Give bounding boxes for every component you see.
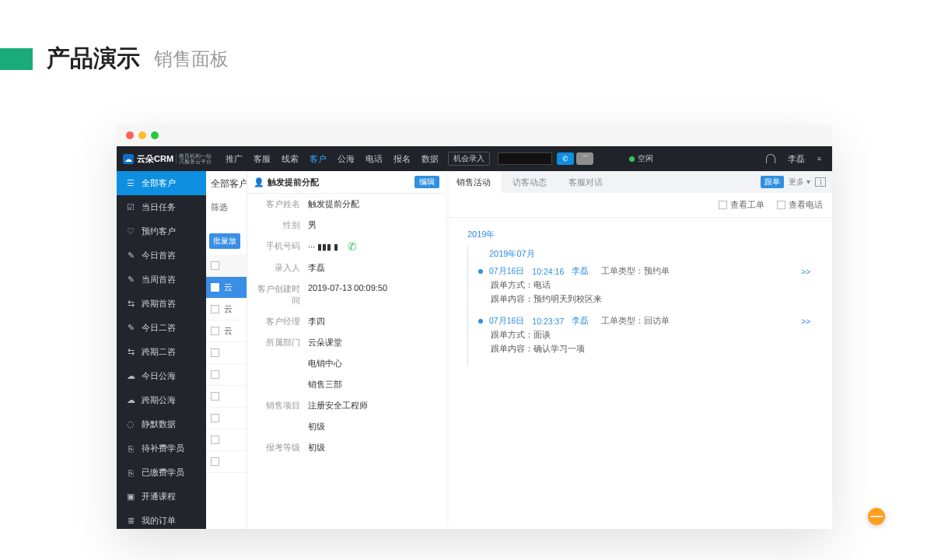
app-window: ☁ 云朵CRM 教育机构一站式服务云平台 推广客服线索客户公海电话报名数据 机会… bbox=[117, 124, 832, 529]
sidebar-item-4[interactable]: ✎当周首咨 bbox=[117, 268, 206, 292]
edit-button[interactable]: 编辑 bbox=[415, 176, 439, 188]
sidebar-item-12[interactable]: ⎘已缴费学员 bbox=[117, 460, 206, 485]
list-row[interactable]: 云 bbox=[206, 277, 247, 299]
entry-detail: 跟单内容：确认学习一项 bbox=[489, 344, 810, 355]
list-row[interactable] bbox=[206, 364, 247, 386]
activity-tab-1[interactable]: 访客动态 bbox=[502, 171, 558, 193]
detail-row: 销售项目注册安全工程师 bbox=[247, 395, 446, 416]
sidebar-item-2[interactable]: ♡预约客户 bbox=[117, 219, 206, 243]
sidebar-item-9[interactable]: ☁跨期公海 bbox=[117, 388, 206, 412]
entry-time: 10:23:37 bbox=[532, 317, 564, 326]
sidebar-item-11[interactable]: ⎘待补费学员 bbox=[117, 436, 206, 460]
entry-date: 07月16日 bbox=[489, 266, 524, 277]
nav-item-7[interactable]: 数据 bbox=[422, 153, 439, 165]
checkbox[interactable] bbox=[211, 457, 219, 466]
sidebar-item-6[interactable]: ✎今日二咨 bbox=[117, 316, 206, 340]
nav-right: 李磊 ≡ bbox=[766, 153, 832, 165]
nav-item-1[interactable]: 客服 bbox=[254, 153, 271, 165]
zoom-icon[interactable] bbox=[151, 131, 159, 139]
sidebar-item-3[interactable]: ✎今日首咨 bbox=[117, 243, 206, 268]
logo[interactable]: ☁ 云朵CRM 教育机构一站式服务云平台 bbox=[117, 153, 218, 165]
detail-label: 报考等级 bbox=[254, 442, 300, 453]
opportunity-button[interactable]: 机会录入 bbox=[448, 152, 490, 166]
sidebar-icon: ☑ bbox=[126, 202, 135, 212]
detail-label bbox=[254, 379, 300, 390]
sidebar-item-1[interactable]: ☑当日任务 bbox=[117, 195, 206, 219]
search-input[interactable] bbox=[498, 152, 552, 165]
sidebar-icon: ▣ bbox=[126, 492, 135, 502]
sidebar-icon: ☁ bbox=[126, 371, 135, 381]
sidebar-item-7[interactable]: ⇆跨期二咨 bbox=[117, 340, 206, 364]
nav-item-5[interactable]: 电话 bbox=[366, 153, 383, 165]
filter-call[interactable]: 查看电话 bbox=[777, 199, 823, 211]
status-indicator[interactable]: 空闲 bbox=[629, 153, 653, 164]
list-row[interactable]: 云 bbox=[206, 299, 247, 320]
hangup-button[interactable]: ⌒ bbox=[576, 152, 593, 165]
sidebar-item-14[interactable]: ≣我的订单 bbox=[117, 509, 206, 529]
detail-row: 客户姓名触发提前分配 bbox=[247, 194, 446, 215]
nav-item-3[interactable]: 客户 bbox=[310, 153, 327, 165]
close-icon[interactable] bbox=[126, 131, 134, 139]
entry-user: 李磊 bbox=[572, 266, 589, 277]
nav-item-0[interactable]: 推广 bbox=[226, 153, 243, 165]
sidebar-item-13[interactable]: ▣开通课程 bbox=[117, 485, 206, 509]
detail-row: 手机号码··· ▮▮▮ ▮✆ bbox=[247, 236, 446, 257]
checkbox[interactable] bbox=[211, 283, 219, 292]
detail-label: 客户经理 bbox=[254, 316, 300, 327]
timeline-entry[interactable]: 07月16日10:23:37李磊工单类型：回访单>>跟单方式：面谈跟单内容：确认… bbox=[489, 316, 818, 355]
activity-filters: 查看工单 查看电话 bbox=[446, 193, 832, 218]
cloud-icon: ☁ bbox=[123, 154, 134, 164]
bulk-release-button[interactable]: 批量放 bbox=[209, 233, 240, 249]
detail-label: 所属部门 bbox=[254, 337, 300, 348]
user-menu-icon[interactable]: ≡ bbox=[817, 155, 821, 163]
bell-icon[interactable] bbox=[766, 154, 775, 163]
customer-list-panel: 全部客户 筛选 批量放 云 云 云 bbox=[206, 171, 247, 529]
checkbox[interactable] bbox=[211, 436, 219, 444]
sidebar-icon: ✎ bbox=[126, 275, 135, 285]
detail-header: 👤 触发提前分配 编辑 bbox=[247, 171, 446, 194]
checkbox[interactable] bbox=[211, 392, 219, 401]
checkbox[interactable] bbox=[211, 261, 219, 270]
checkbox[interactable] bbox=[211, 348, 219, 357]
checkbox[interactable] bbox=[211, 370, 219, 379]
checkbox[interactable] bbox=[777, 201, 785, 209]
help-fab[interactable]: — bbox=[868, 508, 885, 525]
activity-tab-0[interactable]: 销售活动 bbox=[446, 171, 502, 193]
list-row[interactable] bbox=[206, 386, 247, 408]
sidebar-item-5[interactable]: ⇆跨期首咨 bbox=[117, 292, 206, 316]
sidebar-item-8[interactable]: ☁今日公海 bbox=[117, 364, 206, 388]
list-row[interactable] bbox=[206, 429, 247, 451]
call-button[interactable]: ✆ bbox=[557, 152, 574, 165]
nav-item-4[interactable]: 公海 bbox=[338, 153, 355, 165]
person-icon: 👤 bbox=[254, 177, 264, 187]
checkbox[interactable] bbox=[719, 201, 727, 209]
timeline-month: 2019年07月 bbox=[489, 248, 818, 260]
sidebar-item-0[interactable]: ☰全部客户 bbox=[117, 171, 206, 195]
timeline-entry[interactable]: 07月16日10:24:16李磊工单类型：预约单>>跟单方式：电话跟单内容：预约… bbox=[489, 266, 818, 305]
list-row[interactable]: 云 bbox=[206, 320, 247, 342]
current-user[interactable]: 李磊 bbox=[788, 153, 805, 165]
list-row[interactable] bbox=[206, 451, 247, 473]
layout-toggle-icon[interactable] bbox=[815, 177, 826, 187]
entry-detail: 跟单方式：电话 bbox=[489, 280, 810, 291]
phone-icon[interactable]: ✆ bbox=[348, 240, 357, 253]
filter-ticket[interactable]: 查看工单 bbox=[719, 199, 764, 211]
entry-expand[interactable]: >> bbox=[801, 268, 810, 276]
sidebar-icon: ✎ bbox=[126, 323, 135, 333]
checkbox[interactable] bbox=[211, 305, 219, 313]
list-row[interactable] bbox=[206, 408, 247, 429]
nav-item-6[interactable]: 报名 bbox=[394, 153, 411, 165]
list-row[interactable] bbox=[206, 342, 247, 364]
activity-tab-2[interactable]: 客服对话 bbox=[558, 171, 614, 193]
status-dot-icon bbox=[629, 156, 635, 162]
sidebar-item-10[interactable]: ◌静默数据 bbox=[117, 412, 206, 436]
more-dropdown[interactable]: 更多 ▾ bbox=[789, 177, 810, 187]
minimize-icon[interactable] bbox=[138, 131, 146, 139]
list-filter-label[interactable]: 筛选 bbox=[206, 197, 247, 218]
checkbox[interactable] bbox=[211, 327, 219, 335]
entry-expand[interactable]: >> bbox=[801, 317, 810, 326]
sidebar-item-label: 静默数据 bbox=[142, 418, 176, 430]
nav-item-2[interactable]: 线索 bbox=[282, 153, 299, 165]
checkbox[interactable] bbox=[211, 414, 219, 422]
follow-tag[interactable]: 跟单 bbox=[761, 176, 784, 188]
